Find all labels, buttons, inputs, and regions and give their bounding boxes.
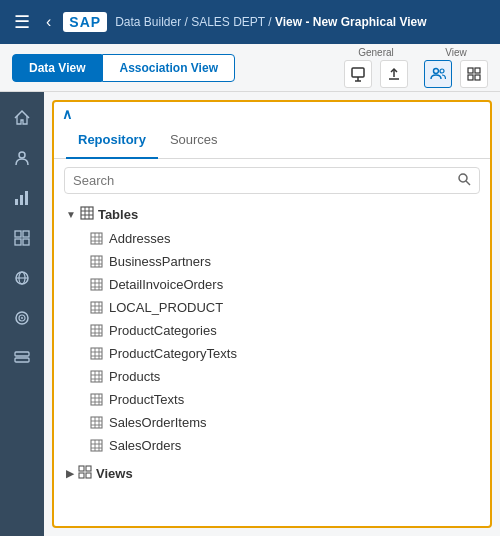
svg-rect-86 <box>86 473 91 478</box>
svg-point-5 <box>440 69 444 73</box>
sidebar-item-home[interactable] <box>4 100 40 136</box>
view-icons <box>424 60 488 88</box>
item-label: ProductCategories <box>109 323 217 338</box>
svg-rect-63 <box>91 371 102 382</box>
svg-rect-8 <box>468 75 473 80</box>
views-chevron-right: ▶ <box>66 468 74 479</box>
table-icon <box>90 416 103 429</box>
svg-rect-68 <box>91 394 102 405</box>
svg-line-27 <box>466 181 470 185</box>
view-label: View <box>445 47 467 58</box>
people-icon <box>430 66 446 82</box>
table-icon <box>90 324 103 337</box>
item-label: SalesOrderItems <box>109 415 207 430</box>
person-icon <box>13 149 31 167</box>
side-panel: ∧ Repository Sources ▼ <box>52 100 492 528</box>
svg-rect-73 <box>91 417 102 428</box>
table-icon <box>90 347 103 360</box>
sidebar-nav <box>0 92 44 536</box>
views-grid-icon <box>78 465 92 482</box>
file-tree: ▼ Tables <box>54 202 490 526</box>
view-section: View <box>424 47 488 88</box>
svg-rect-25 <box>15 358 29 362</box>
views-label: Views <box>96 466 133 481</box>
item-label: ProductCategoryTexts <box>109 346 237 361</box>
association-view-button[interactable]: Association View <box>102 54 234 82</box>
sidebar-item-storage[interactable] <box>4 340 40 376</box>
item-label: LOCAL_PRODUCT <box>109 300 223 315</box>
svg-point-4 <box>434 69 439 74</box>
hamburger-icon[interactable]: ☰ <box>10 7 34 37</box>
svg-rect-53 <box>91 325 102 336</box>
target-icon <box>13 309 31 327</box>
svg-rect-9 <box>475 75 480 80</box>
svg-rect-17 <box>23 239 29 245</box>
list-item[interactable]: SalesOrders <box>58 434 486 457</box>
breadcrumb: Data Builder / SALES DEPT / View - New G… <box>115 15 490 29</box>
view-switcher: Data View Association View <box>12 54 235 82</box>
collapse-panel-button[interactable]: ∧ <box>62 106 72 122</box>
search-icon <box>457 172 471 189</box>
main-content: ∧ Repository Sources ▼ <box>0 92 500 536</box>
svg-rect-48 <box>91 302 102 313</box>
svg-rect-28 <box>81 207 93 219</box>
list-item[interactable]: Addresses <box>58 227 486 250</box>
general-label: General <box>358 47 394 58</box>
sidebar-item-analytics[interactable] <box>4 180 40 216</box>
upload-icon-btn[interactable] <box>380 60 408 88</box>
tables-group-header[interactable]: ▼ Tables <box>58 202 486 227</box>
grid-view-icon-btn[interactable] <box>460 60 488 88</box>
general-section: General <box>344 47 408 88</box>
panel-header-row: ∧ <box>54 102 490 122</box>
sap-logo: SAP <box>63 12 107 32</box>
search-bar <box>64 167 480 194</box>
item-label: Products <box>109 369 160 384</box>
tables-label: Tables <box>98 207 138 222</box>
back-icon[interactable]: ‹ <box>42 9 55 35</box>
sidebar-item-grid[interactable] <box>4 220 40 256</box>
data-view-button[interactable]: Data View <box>12 54 102 82</box>
svg-rect-7 <box>475 68 480 73</box>
views-group-header[interactable]: ▶ Views <box>58 461 486 486</box>
deploy-icon-btn[interactable] <box>344 60 372 88</box>
list-item[interactable]: Products <box>58 365 486 388</box>
table-icon <box>90 255 103 268</box>
list-item[interactable]: ProductCategoryTexts <box>58 342 486 365</box>
svg-rect-33 <box>91 233 102 244</box>
list-item[interactable]: LOCAL_PRODUCT <box>58 296 486 319</box>
sphere-icon <box>13 269 31 287</box>
item-label: BusinessPartners <box>109 254 211 269</box>
list-item[interactable]: SalesOrderItems <box>58 411 486 434</box>
svg-rect-16 <box>15 239 21 245</box>
tab-repository[interactable]: Repository <box>66 122 158 159</box>
table-icon <box>90 301 103 314</box>
svg-rect-6 <box>468 68 473 73</box>
item-label: Addresses <box>109 231 170 246</box>
list-item[interactable]: DetailInvoiceOrders <box>58 273 486 296</box>
tables-chevron-down: ▼ <box>66 209 76 220</box>
grid-view-icon <box>466 66 482 82</box>
table-icon <box>90 439 103 452</box>
svg-rect-43 <box>91 279 102 290</box>
svg-rect-14 <box>15 231 21 237</box>
list-item[interactable]: BusinessPartners <box>58 250 486 273</box>
sidebar-item-person[interactable] <box>4 140 40 176</box>
secondary-toolbar: Data View Association View General <box>0 44 500 92</box>
list-item[interactable]: ProductCategories <box>58 319 486 342</box>
svg-rect-0 <box>352 68 364 77</box>
sidebar-item-target[interactable] <box>4 300 40 336</box>
svg-rect-24 <box>15 352 29 356</box>
item-label: SalesOrders <box>109 438 181 453</box>
tab-sources[interactable]: Sources <box>158 122 230 159</box>
list-item[interactable]: ProductTexts <box>58 388 486 411</box>
svg-rect-84 <box>86 466 91 471</box>
deploy-icon <box>350 66 366 82</box>
sidebar-item-sphere[interactable] <box>4 260 40 296</box>
breadcrumb-prefix: Data Builder / SALES DEPT / <box>115 15 275 29</box>
people-icon-btn[interactable] <box>424 60 452 88</box>
table-icon <box>90 232 103 245</box>
views-group: ▶ Views <box>58 461 486 486</box>
table-icon <box>90 278 103 291</box>
search-input[interactable] <box>73 173 457 188</box>
tables-grid-icon <box>80 206 94 223</box>
